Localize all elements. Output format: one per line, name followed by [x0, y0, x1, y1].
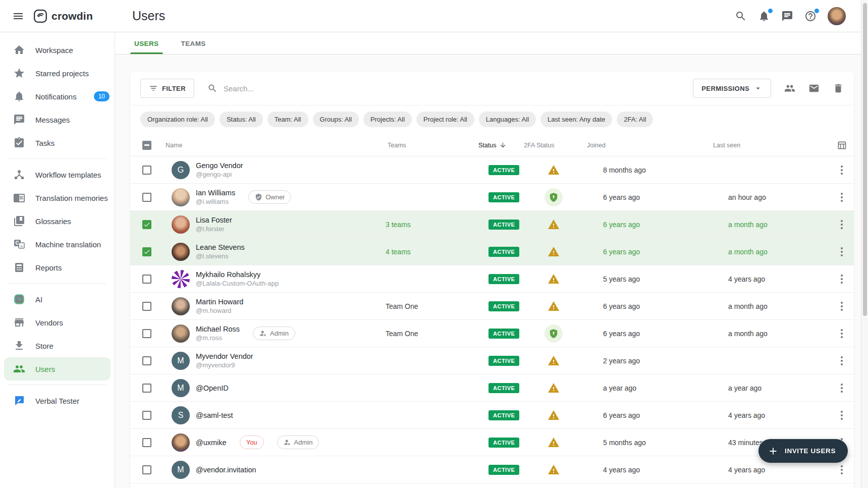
sidebar-item-users[interactable]: Users: [4, 357, 111, 381]
table-row[interactable]: M@OpenIDACTIVEa year agoa year ago: [130, 374, 854, 402]
sidebar-item-notifications[interactable]: Notifications10: [0, 85, 115, 108]
scrollbar-thumb[interactable]: [863, 3, 867, 316]
row-actions-kebab-icon[interactable]: [830, 272, 854, 287]
user-name-block[interactable]: Ian Williams@i.williams: [196, 189, 235, 205]
row-actions-kebab-icon[interactable]: [830, 353, 854, 368]
window-scrollbar[interactable]: [861, 0, 868, 488]
column-header-last-seen[interactable]: Last seen: [711, 142, 830, 149]
tab-teams[interactable]: TEAMS: [180, 40, 207, 54]
search-icon[interactable]: [735, 10, 747, 22]
crowdin-logo[interactable]: crowdin: [33, 9, 93, 23]
user-name-block[interactable]: @uxmike: [196, 439, 227, 447]
sidebar-item-verbal-tester[interactable]: Verbal Tester: [0, 389, 115, 412]
permissions-dropdown[interactable]: PERMISSIONS: [693, 79, 771, 98]
table-row[interactable]: Lisa Foster@l.forster3 teamsACTIVE6 year…: [130, 211, 854, 238]
sidebar-item-reports[interactable]: Reports: [0, 256, 115, 279]
filter-chip-groups[interactable]: Groups: All: [313, 112, 359, 127]
teams-cell[interactable]: 3 teams: [386, 221, 476, 229]
row-checkbox[interactable]: [142, 275, 151, 284]
help-icon[interactable]: [804, 10, 817, 22]
user-name-block[interactable]: @OpenID: [196, 384, 229, 392]
row-actions-kebab-icon[interactable]: [830, 217, 854, 232]
filter-chip-team[interactable]: Team: All: [267, 112, 308, 127]
table-row[interactable]: @uxmikeYouAdminACTIVE5 months ago43 minu…: [130, 429, 854, 456]
user-name-block[interactable]: Gengo Vendor@gengo-api: [196, 161, 243, 178]
sidebar-item-machine-translation[interactable]: GaMachine translation: [0, 233, 115, 256]
hamburger-menu-icon[interactable]: [12, 10, 24, 22]
table-row[interactable]: Michael Ross@m.rossAdminTeam OneACTIVE6 …: [130, 320, 854, 347]
sidebar-item-workspace[interactable]: Workspace: [0, 38, 115, 62]
table-row[interactable]: Mykhailo Rohalskyy@Lalala-Custom-OAuth-a…: [130, 265, 854, 293]
manage-teams-icon[interactable]: [784, 83, 795, 94]
column-header-joined[interactable]: Joined: [585, 142, 711, 149]
user-name-block[interactable]: Lisa Foster@l.forster: [196, 216, 232, 233]
row-actions-kebab-icon[interactable]: [830, 326, 854, 341]
user-name-block[interactable]: Myvendor Vendor@myvendor9: [196, 352, 253, 369]
user-name-block[interactable]: Mykhailo Rohalskyy@Lalala-Custom-OAuth-a…: [196, 270, 279, 287]
row-actions-kebab-icon[interactable]: [830, 162, 854, 178]
user-name-block[interactable]: Michael Ross@m.ross: [196, 325, 240, 342]
column-header-name[interactable]: Name: [164, 142, 386, 149]
row-actions-kebab-icon[interactable]: [830, 190, 854, 205]
row-actions-kebab-icon[interactable]: [830, 381, 854, 396]
row-actions-kebab-icon[interactable]: [830, 299, 854, 314]
sidebar-item-tasks[interactable]: Tasks: [0, 131, 115, 154]
table-row[interactable]: Ian Williams@i.williamsOwnerACTIVE6 year…: [130, 184, 854, 211]
mail-icon[interactable]: [808, 83, 820, 94]
user-name-block[interactable]: Martin Howard@m.howard: [196, 298, 243, 314]
sidebar-item-translation-memories[interactable]: Translation memories: [0, 186, 115, 209]
user-name-block[interactable]: @vendor.invitation: [196, 466, 256, 474]
sidebar-item-starred-projects[interactable]: Starred projects: [0, 62, 115, 85]
column-settings-icon[interactable]: [830, 140, 854, 150]
row-checkbox[interactable]: [142, 356, 151, 365]
notifications-bell-icon[interactable]: [758, 10, 770, 22]
table-row[interactable]: M@vendor.invitationACTIVE4 years ago4 ye…: [130, 456, 854, 483]
sidebar-item-store[interactable]: Store: [0, 334, 115, 357]
column-header-status[interactable]: Status: [476, 141, 522, 149]
row-checkbox[interactable]: [142, 438, 151, 447]
table-row[interactable]: S@saml-testACTIVE6 years ago4 years ago: [130, 402, 854, 429]
tab-users[interactable]: USERS: [133, 40, 160, 54]
user-avatar[interactable]: [828, 7, 846, 25]
user-name-block[interactable]: @saml-test: [196, 411, 233, 419]
filter-chip-languages[interactable]: Languages: All: [479, 112, 536, 127]
row-checkbox[interactable]: [142, 193, 151, 202]
search-input[interactable]: [224, 84, 436, 93]
sidebar-item-ai[interactable]: AI: [0, 288, 115, 311]
filter-chip-projects[interactable]: Projects: All: [363, 112, 412, 127]
row-checkbox[interactable]: [142, 465, 151, 474]
trash-icon[interactable]: [833, 83, 844, 94]
sidebar-item-glossaries[interactable]: Glossaries: [0, 209, 115, 233]
row-actions-kebab-icon[interactable]: [830, 462, 854, 477]
teams-cell[interactable]: 4 teams: [386, 248, 476, 256]
table-row[interactable]: Martin Howard@m.howardTeam OneACTIVE6 ye…: [130, 293, 854, 320]
row-checkbox[interactable]: [142, 411, 151, 420]
teams-cell: Team One: [386, 302, 476, 310]
invite-users-button[interactable]: INVITE USERS: [758, 439, 848, 463]
filter-chip-project-role[interactable]: Project role: All: [416, 112, 474, 127]
filter-button[interactable]: FILTER: [140, 79, 194, 98]
row-checkbox[interactable]: [142, 166, 151, 175]
row-actions-kebab-icon[interactable]: [830, 244, 854, 259]
sidebar-item-messages[interactable]: Messages: [0, 108, 115, 131]
column-header-2fa[interactable]: 2FA Status: [522, 142, 585, 149]
messages-chat-icon[interactable]: [781, 10, 793, 22]
user-name-block[interactable]: Leane Stevens@l.stevens: [196, 243, 245, 260]
table-row[interactable]: Leane Stevens@l.stevens4 teamsACTIVE6 ye…: [130, 238, 854, 265]
column-header-teams[interactable]: Teams: [386, 142, 476, 149]
filter-chip-organization-role[interactable]: Organization role: All: [140, 112, 215, 127]
row-checkbox[interactable]: [142, 247, 151, 256]
row-actions-kebab-icon[interactable]: [830, 408, 854, 423]
sidebar-item-vendors[interactable]: Vendors: [0, 311, 115, 334]
select-all-checkbox[interactable]: [142, 141, 151, 150]
filter-chip-status[interactable]: Status: All: [220, 112, 263, 127]
filter-chip-last-seen[interactable]: Last seen: Any date: [540, 112, 612, 127]
row-checkbox[interactable]: [142, 302, 151, 311]
table-row[interactable]: MMyvendor Vendor@myvendor9ACTIVE2 years …: [130, 347, 854, 374]
sidebar-item-workflow-templates[interactable]: Workflow templates: [0, 163, 115, 186]
row-checkbox[interactable]: [142, 220, 151, 229]
row-checkbox[interactable]: [142, 384, 151, 393]
filter-chip-2fa[interactable]: 2FA: All: [617, 112, 653, 127]
table-row[interactable]: GGengo Vendor@gengo-apiACTIVE8 months ag…: [130, 156, 854, 184]
row-checkbox[interactable]: [142, 329, 151, 338]
